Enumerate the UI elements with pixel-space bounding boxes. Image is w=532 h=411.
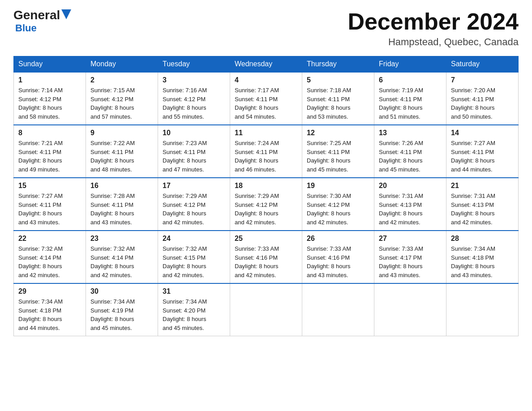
day-info: Sunrise: 7:28 AMSunset: 4:11 PMDaylight:…: [90, 193, 135, 226]
day-number: 3: [163, 76, 225, 84]
day-info: Sunrise: 7:22 AMSunset: 4:11 PMDaylight:…: [90, 140, 135, 173]
day-number: 12: [307, 129, 369, 137]
day-info: Sunrise: 7:14 AMSunset: 4:12 PMDaylight:…: [18, 87, 63, 120]
calendar-table: Sunday Monday Tuesday Wednesday Thursday…: [13, 56, 519, 336]
table-row: 22 Sunrise: 7:32 AMSunset: 4:14 PMDaylig…: [14, 231, 86, 283]
logo-general: General: [13, 9, 60, 21]
day-info: Sunrise: 7:34 AMSunset: 4:18 PMDaylight:…: [18, 298, 63, 331]
day-info: Sunrise: 7:17 AMSunset: 4:11 PMDaylight:…: [235, 87, 279, 120]
day-info: Sunrise: 7:15 AMSunset: 4:12 PMDaylight:…: [90, 87, 135, 120]
table-row: [302, 283, 374, 336]
day-number: 22: [18, 235, 81, 243]
table-row: 30 Sunrise: 7:34 AMSunset: 4:19 PMDaylig…: [86, 283, 158, 336]
table-row: 26 Sunrise: 7:33 AMSunset: 4:16 PMDaylig…: [302, 231, 374, 283]
day-info: Sunrise: 7:29 AMSunset: 4:12 PMDaylight:…: [235, 193, 279, 226]
day-info: Sunrise: 7:18 AMSunset: 4:11 PMDaylight:…: [307, 87, 351, 120]
logo: General Blue: [13, 9, 71, 34]
table-row: 11 Sunrise: 7:24 AMSunset: 4:11 PMDaylig…: [230, 125, 302, 178]
table-row: 7 Sunrise: 7:20 AMSunset: 4:11 PMDayligh…: [446, 72, 519, 125]
day-number: 29: [18, 287, 81, 295]
table-row: [446, 283, 519, 336]
calendar-week-row: 8 Sunrise: 7:21 AMSunset: 4:11 PMDayligh…: [14, 125, 519, 178]
day-info: Sunrise: 7:30 AMSunset: 4:12 PMDaylight:…: [307, 193, 351, 226]
calendar-week-row: 1 Sunrise: 7:14 AMSunset: 4:12 PMDayligh…: [14, 72, 519, 125]
table-row: 2 Sunrise: 7:15 AMSunset: 4:12 PMDayligh…: [86, 72, 158, 125]
table-row: 13 Sunrise: 7:26 AMSunset: 4:11 PMDaylig…: [374, 125, 446, 178]
day-number: 27: [379, 235, 442, 243]
day-number: 28: [451, 235, 514, 243]
day-info: Sunrise: 7:27 AMSunset: 4:11 PMDaylight:…: [18, 193, 63, 226]
day-info: Sunrise: 7:27 AMSunset: 4:11 PMDaylight:…: [451, 140, 495, 173]
table-row: 25 Sunrise: 7:33 AMSunset: 4:16 PMDaylig…: [230, 231, 302, 283]
day-number: 8: [18, 129, 81, 137]
day-info: Sunrise: 7:25 AMSunset: 4:11 PMDaylight:…: [307, 140, 351, 173]
day-number: 26: [307, 235, 369, 243]
table-row: 10 Sunrise: 7:23 AMSunset: 4:11 PMDaylig…: [158, 125, 230, 178]
day-info: Sunrise: 7:24 AMSunset: 4:11 PMDaylight:…: [235, 140, 279, 173]
day-number: 17: [163, 182, 225, 190]
day-number: 31: [163, 287, 225, 295]
col-thursday: Thursday: [302, 56, 374, 73]
day-info: Sunrise: 7:23 AMSunset: 4:11 PMDaylight:…: [163, 140, 207, 173]
day-number: 18: [235, 182, 297, 190]
day-info: Sunrise: 7:33 AMSunset: 4:16 PMDaylight:…: [235, 245, 279, 278]
table-row: 12 Sunrise: 7:25 AMSunset: 4:11 PMDaylig…: [302, 125, 374, 178]
day-info: Sunrise: 7:29 AMSunset: 4:12 PMDaylight:…: [163, 193, 207, 226]
table-row: 28 Sunrise: 7:34 AMSunset: 4:18 PMDaylig…: [446, 231, 519, 283]
table-row: 16 Sunrise: 7:28 AMSunset: 4:11 PMDaylig…: [86, 178, 158, 231]
table-row: 21 Sunrise: 7:31 AMSunset: 4:13 PMDaylig…: [446, 178, 519, 231]
day-info: Sunrise: 7:32 AMSunset: 4:14 PMDaylight:…: [90, 245, 135, 278]
table-row: 20 Sunrise: 7:31 AMSunset: 4:13 PMDaylig…: [374, 178, 446, 231]
col-wednesday: Wednesday: [230, 56, 302, 73]
day-number: 7: [451, 76, 514, 84]
day-number: 1: [18, 76, 81, 84]
calendar-week-row: 22 Sunrise: 7:32 AMSunset: 4:14 PMDaylig…: [14, 231, 519, 283]
day-number: 21: [451, 182, 514, 190]
day-info: Sunrise: 7:31 AMSunset: 4:13 PMDaylight:…: [451, 193, 495, 226]
table-row: 27 Sunrise: 7:33 AMSunset: 4:17 PMDaylig…: [374, 231, 446, 283]
col-tuesday: Tuesday: [158, 56, 230, 73]
day-number: 30: [90, 287, 153, 295]
day-info: Sunrise: 7:33 AMSunset: 4:16 PMDaylight:…: [307, 245, 351, 278]
table-row: 24 Sunrise: 7:32 AMSunset: 4:15 PMDaylig…: [158, 231, 230, 283]
day-info: Sunrise: 7:34 AMSunset: 4:18 PMDaylight:…: [451, 245, 495, 278]
day-info: Sunrise: 7:21 AMSunset: 4:11 PMDaylight:…: [18, 140, 63, 173]
table-row: 18 Sunrise: 7:29 AMSunset: 4:12 PMDaylig…: [230, 178, 302, 231]
table-row: [374, 283, 446, 336]
day-number: 11: [235, 129, 297, 137]
day-info: Sunrise: 7:26 AMSunset: 4:11 PMDaylight:…: [379, 140, 423, 173]
table-row: 15 Sunrise: 7:27 AMSunset: 4:11 PMDaylig…: [14, 178, 86, 231]
table-row: 19 Sunrise: 7:30 AMSunset: 4:12 PMDaylig…: [302, 178, 374, 231]
day-number: 5: [307, 76, 369, 84]
svg-marker-0: [61, 9, 71, 19]
logo-triangle-icon: [61, 9, 71, 21]
table-row: 1 Sunrise: 7:14 AMSunset: 4:12 PMDayligh…: [14, 72, 86, 125]
table-row: 14 Sunrise: 7:27 AMSunset: 4:11 PMDaylig…: [446, 125, 519, 178]
table-row: 3 Sunrise: 7:16 AMSunset: 4:12 PMDayligh…: [158, 72, 230, 125]
day-info: Sunrise: 7:32 AMSunset: 4:14 PMDaylight:…: [18, 245, 63, 278]
day-number: 14: [451, 129, 514, 137]
day-number: 25: [235, 235, 297, 243]
table-row: 9 Sunrise: 7:22 AMSunset: 4:11 PMDayligh…: [86, 125, 158, 178]
logo-blue: Blue: [15, 22, 37, 34]
day-info: Sunrise: 7:33 AMSunset: 4:17 PMDaylight:…: [379, 245, 423, 278]
table-row: [230, 283, 302, 336]
col-sunday: Sunday: [14, 56, 86, 73]
calendar-header-row: Sunday Monday Tuesday Wednesday Thursday…: [14, 56, 519, 73]
day-number: 23: [90, 235, 153, 243]
calendar-week-row: 29 Sunrise: 7:34 AMSunset: 4:18 PMDaylig…: [14, 283, 519, 336]
day-number: 2: [90, 76, 153, 84]
day-number: 10: [163, 129, 225, 137]
page-header: General Blue December 2024 Hampstead, Qu…: [13, 9, 519, 48]
day-number: 13: [379, 129, 442, 137]
day-number: 19: [307, 182, 369, 190]
table-row: 17 Sunrise: 7:29 AMSunset: 4:12 PMDaylig…: [158, 178, 230, 231]
table-row: 23 Sunrise: 7:32 AMSunset: 4:14 PMDaylig…: [86, 231, 158, 283]
table-row: 5 Sunrise: 7:18 AMSunset: 4:11 PMDayligh…: [302, 72, 374, 125]
col-friday: Friday: [374, 56, 446, 73]
calendar-subtitle: Hampstead, Quebec, Canada: [348, 36, 519, 48]
col-saturday: Saturday: [446, 56, 519, 73]
table-row: 4 Sunrise: 7:17 AMSunset: 4:11 PMDayligh…: [230, 72, 302, 125]
title-area: December 2024 Hampstead, Quebec, Canada: [348, 9, 519, 48]
day-number: 20: [379, 182, 442, 190]
